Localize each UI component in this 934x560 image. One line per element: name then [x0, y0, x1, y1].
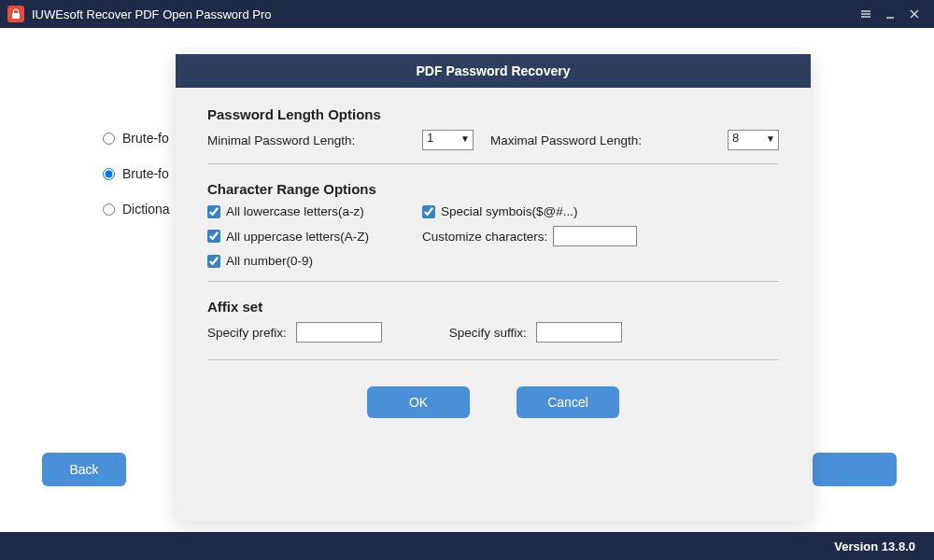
- customize-row: Customize characters:: [422, 226, 779, 246]
- app-title: IUWEsoft Recover PDF Open Password Pro: [32, 7, 271, 21]
- chk-lowercase-label: All lowercase letters(a-z): [226, 204, 364, 218]
- chk-lowercase[interactable]: All lowercase letters(a-z): [207, 204, 422, 218]
- dialog-buttons: OK Cancel: [207, 386, 779, 418]
- dialog-title: PDF Password Recovery: [176, 54, 811, 88]
- footer: Version 13.8.0: [0, 532, 934, 560]
- max-length-select[interactable]: 8 ▼: [728, 130, 779, 150]
- radio-label-2: Brute-fo: [122, 166, 169, 181]
- length-row: Minimal Password Length: 1 ▼ Maximal Pas…: [207, 130, 779, 150]
- chk-number[interactable]: All number(0-9): [207, 254, 422, 268]
- chk-special-label: Special symbois($@#...): [441, 204, 578, 218]
- prefix-input[interactable]: [296, 322, 382, 343]
- password-recovery-dialog: PDF Password Recovery Password Length Op…: [176, 54, 811, 521]
- minimize-button[interactable]: [878, 5, 902, 23]
- chevron-down-icon: ▼: [460, 133, 470, 144]
- ok-button[interactable]: OK: [367, 386, 470, 418]
- section-affix-heading: Affix set: [207, 299, 779, 315]
- chevron-down-icon: ▼: [766, 133, 775, 144]
- affix-row: Specify prefix: Specify suffix:: [207, 322, 779, 343]
- titlebar: IUWEsoft Recover PDF Open Password Pro: [0, 0, 934, 28]
- radio-option-2[interactable]: Brute-fo: [103, 166, 170, 181]
- menu-button[interactable]: [854, 5, 878, 23]
- radio-label-1: Brute-fo: [122, 131, 169, 146]
- radio-input-3[interactable]: [103, 203, 115, 216]
- radio-input-2[interactable]: [103, 168, 115, 180]
- divider: [207, 281, 779, 282]
- app-logo-icon: [7, 6, 24, 22]
- chk-special-input[interactable]: [422, 205, 435, 218]
- back-button-label: Back: [69, 462, 98, 477]
- section-length-heading: Password Length Options: [207, 106, 779, 122]
- radio-label-3: Dictiona: [122, 202, 170, 217]
- suffix-input[interactable]: [536, 322, 622, 343]
- chk-uppercase[interactable]: All uppercase letters(A-Z): [207, 226, 422, 246]
- char-range-grid: All lowercase letters(a-z) Special symbo…: [207, 204, 779, 268]
- cancel-button[interactable]: Cancel: [517, 386, 619, 418]
- chk-number-label: All number(0-9): [226, 254, 313, 268]
- min-length-value: 1: [427, 131, 433, 145]
- chk-uppercase-input[interactable]: [207, 230, 220, 243]
- chk-lowercase-input[interactable]: [207, 205, 220, 218]
- max-length-value: 8: [732, 131, 739, 145]
- divider: [207, 163, 779, 164]
- close-button[interactable]: [902, 5, 927, 23]
- radio-option-3[interactable]: Dictiona: [103, 202, 170, 217]
- section-char-heading: Character Range Options: [207, 181, 779, 197]
- divider: [207, 359, 779, 360]
- chk-uppercase-label: All uppercase letters(A-Z): [226, 230, 369, 244]
- version-label: Version 13.8.0: [834, 539, 915, 553]
- radio-input-1[interactable]: [103, 133, 115, 145]
- customize-label: Customize characters:: [422, 230, 547, 244]
- suffix-label: Specify suffix:: [449, 326, 527, 340]
- chk-special[interactable]: Special symbois($@#...): [422, 204, 779, 218]
- dialog-body: Password Length Options Minimal Password…: [176, 88, 811, 427]
- customize-input[interactable]: [553, 226, 637, 246]
- attack-type-radios: Brute-fo Brute-fo Dictiona: [103, 131, 170, 237]
- max-length-label: Maximal Password Length:: [490, 133, 728, 147]
- prefix-label: Specify prefix:: [207, 326, 287, 340]
- ok-button-label: OK: [409, 395, 428, 410]
- start-button[interactable]: [813, 453, 897, 486]
- min-length-select[interactable]: 1 ▼: [422, 130, 474, 150]
- chk-number-input[interactable]: [207, 255, 220, 268]
- cancel-button-label: Cancel: [547, 395, 588, 410]
- back-button[interactable]: Back: [42, 453, 126, 486]
- min-length-label: Minimal Password Length:: [207, 133, 422, 147]
- radio-option-1[interactable]: Brute-fo: [103, 131, 170, 146]
